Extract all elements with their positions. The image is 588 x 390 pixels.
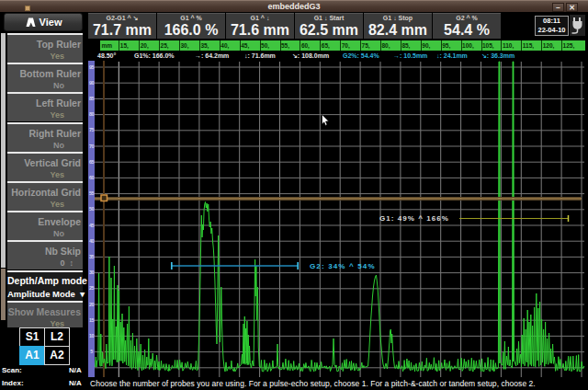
svg-text:G1: 49% ^ 166%: G1: 49% ^ 166% [379, 214, 449, 223]
svg-text:G2: 34% ^ 54%: G2: 34% ^ 54% [310, 262, 376, 270]
